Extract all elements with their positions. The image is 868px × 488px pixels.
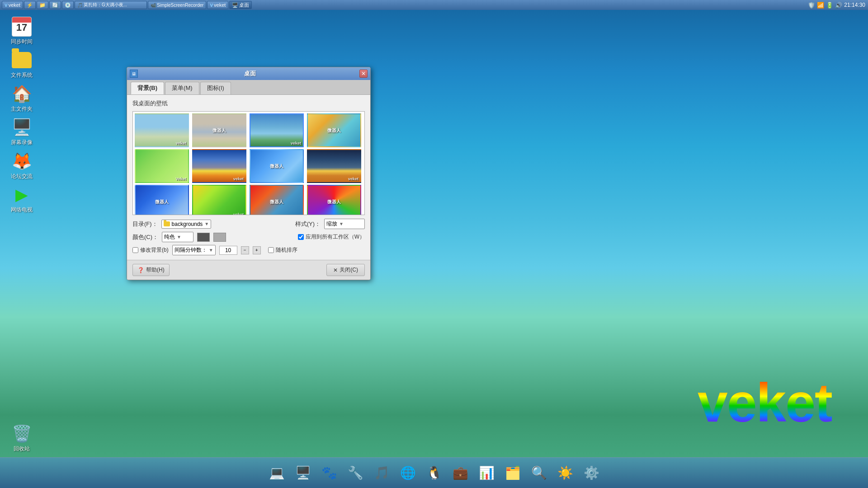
folder-dropdown-arrow: ▼ xyxy=(204,221,209,226)
desktop-icon-tv[interactable]: ▶ 网络电视 xyxy=(5,184,38,213)
taskbar-item-icon2[interactable]: 📁 xyxy=(37,1,48,9)
dock-item-network[interactable]: 🌐 xyxy=(396,461,420,485)
dialog-footer: ❓ 帮助(H) ✕ 关闭(C) xyxy=(127,260,370,280)
dialog-content: 我桌面的壁纸 veket 微器人 veket 微器人 Veket xyxy=(127,95,370,260)
apply-all-checkbox[interactable] xyxy=(298,234,304,240)
wallpaper-thumb-4[interactable]: Veket xyxy=(135,149,189,183)
change-bg-checkbox[interactable] xyxy=(132,247,138,253)
desktop-icon-screen[interactable]: 🖥️ 屏幕录像 xyxy=(5,117,38,145)
taskbar-item-icon3[interactable]: 🔄 xyxy=(49,1,61,9)
interval-dropdown[interactable]: 间隔分钟数： ▼ xyxy=(172,245,216,255)
sync-icon: 17 xyxy=(11,16,33,38)
dock-item-chart[interactable]: 📊 xyxy=(475,461,498,485)
dock: 💻 🖥️ 🐾 🔧 🎵 🌐 🐧 💼 📊 🗂️ 🔍 ☀️ ⚙️ xyxy=(0,457,868,488)
dock-item-computer[interactable]: 🖥️ xyxy=(291,461,315,485)
dock-item-sun[interactable]: ☀️ xyxy=(553,461,577,485)
taskbar-item-music[interactable]: 🎵 莫扎特：G大调小夜... xyxy=(75,1,147,9)
desktop-icon-trash[interactable]: 🗑️ 回收站 xyxy=(5,423,38,452)
dock-item-audio[interactable]: 🎵 xyxy=(370,461,393,485)
wallpaper-thumb-5[interactable]: veket xyxy=(192,149,246,183)
folder-value: backgrounds xyxy=(172,221,203,227)
taskbar-item-desktop[interactable]: 🖥️ 桌面 xyxy=(229,1,252,9)
dock-item-mascot[interactable]: 🐾 xyxy=(317,461,341,485)
desktop-icon-sync[interactable]: 17 同步时间 xyxy=(5,16,38,45)
interval-input[interactable]: 10 xyxy=(219,246,237,255)
wallpaper-thumb-0[interactable]: veket xyxy=(135,113,189,147)
dock-item-briefcase[interactable]: 💼 xyxy=(448,461,472,485)
help-icon: ❓ xyxy=(137,267,144,273)
change-bg-label[interactable]: 修改背景(b) xyxy=(132,246,169,254)
dialog-titlebar[interactable]: 🖥 桌面 ✕ xyxy=(127,67,370,80)
dock-item-settings[interactable]: ⚙️ xyxy=(580,461,603,485)
taskbar-items: v veket ⚡ 📁 🔄 💿 🎵 莫扎特：G大调小夜... 📹 SimpleS… xyxy=(0,1,254,9)
apply-all-label[interactable]: 应用到所有工作区（W） xyxy=(298,233,365,241)
interval-increment[interactable]: + xyxy=(253,246,261,254)
dock-item-terminal[interactable]: 💻 xyxy=(265,461,288,485)
controls-row-3: 修改背景(b) 间隔分钟数： ▼ 10 − + 随机排序 xyxy=(132,245,365,255)
dialog-tabs: 背景(B) 菜单(M) 图标(I) xyxy=(127,80,370,95)
color-swatch-dark[interactable] xyxy=(197,233,210,242)
desktop-settings-dialog: 🖥 桌面 ✕ 背景(B) 菜单(M) 图标(I) 我桌面的壁纸 veket 微器… xyxy=(127,67,371,280)
interval-decrement[interactable]: − xyxy=(241,246,249,254)
tab-background[interactable]: 背景(B) xyxy=(131,82,164,94)
wallpaper-thumb-10[interactable]: 微器人 xyxy=(250,185,304,215)
interval-dropdown-arrow: ▼ xyxy=(209,248,213,253)
filesystem-icon xyxy=(11,49,33,71)
taskbar-item-recorder[interactable]: 📹 SimpleScreenRecorder xyxy=(148,1,206,9)
taskbar-item-veket2[interactable]: v veket xyxy=(207,1,228,9)
clock: 21:14:30 xyxy=(844,2,865,8)
tab-icons[interactable]: 图标(I) xyxy=(200,82,231,94)
color-label: 颜色(C)： xyxy=(132,233,158,241)
folder-dropdown[interactable]: backgrounds ▼ xyxy=(161,220,212,229)
desktop-icon-forum[interactable]: 🦊 论坛交流 xyxy=(5,150,38,179)
taskbar-item-veket[interactable]: v veket xyxy=(2,1,23,9)
style-dropdown[interactable]: 缩放 ▼ xyxy=(324,219,365,229)
interval-label: 间隔分钟数： xyxy=(175,246,207,254)
wallpaper-thumb-1[interactable]: 微器人 xyxy=(192,113,246,147)
help-button[interactable]: ❓ 帮助(H) xyxy=(132,264,170,276)
taskbar: v veket ⚡ 📁 🔄 💿 🎵 莫扎特：G大调小夜... 📹 SimpleS… xyxy=(0,0,868,10)
controls-row-1: 目录(F)： backgrounds ▼ 样式(Y)： 缩放 ▼ xyxy=(132,219,365,229)
desktop-icon-filesystem[interactable]: 文件系统 xyxy=(5,49,38,78)
wallpaper-grid-container[interactable]: veket 微器人 veket 微器人 Veket veket xyxy=(132,111,365,215)
desktop-icon-home[interactable]: 🏠 主文件夹 xyxy=(5,83,38,112)
wallpaper-thumb-6[interactable]: 微器人 xyxy=(250,149,304,183)
style-value: 缩放 xyxy=(326,220,337,228)
wallpaper-thumb-7[interactable]: veket xyxy=(307,149,361,183)
wallpaper-thumb-2[interactable]: veket xyxy=(250,113,304,147)
dock-item-tools[interactable]: 🔧 xyxy=(344,461,367,485)
color-swatch-light[interactable] xyxy=(213,233,226,242)
trash-icon: 🗑️ xyxy=(11,423,33,445)
dock-item-penguin[interactable]: 🐧 xyxy=(422,461,446,485)
wallpaper-thumb-11[interactable]: 微器人 xyxy=(307,185,361,215)
wallpaper-grid: veket 微器人 veket 微器人 Veket veket xyxy=(133,112,364,215)
folder-icon xyxy=(164,221,170,226)
home-icon: 🏠 xyxy=(11,83,33,105)
color-dropdown[interactable]: 纯色 ▼ xyxy=(162,232,193,242)
wallpaper-thumb-9[interactable]: veket xyxy=(192,185,246,215)
desktop-icons-area: 17 同步时间 文件系统 🏠 主文件夹 🖥️ 屏幕录像 🦊 论坛交流 xyxy=(5,16,38,213)
wallpaper-section-label: 我桌面的壁纸 xyxy=(132,99,365,108)
color-value: 纯色 xyxy=(164,233,175,241)
folder-label: 目录(F)： xyxy=(132,220,158,228)
dock-item-search[interactable]: 🔍 xyxy=(527,461,551,485)
color-dropdown-arrow: ▼ xyxy=(177,235,181,239)
veket-branding: veket xyxy=(698,371,832,434)
style-dropdown-arrow: ▼ xyxy=(339,221,344,226)
wallpaper-thumb-8[interactable]: 微器人 xyxy=(135,185,189,215)
taskbar-item-icon1[interactable]: ⚡ xyxy=(24,1,36,9)
style-label: 样式(Y)： xyxy=(295,220,321,228)
dock-item-files[interactable]: 🗂️ xyxy=(501,461,524,485)
close-button[interactable]: ✕ 关闭(C) xyxy=(326,264,365,276)
dialog-title: 桌面 xyxy=(141,70,359,78)
tv-icon: ▶ xyxy=(11,184,33,206)
controls-row-2: 颜色(C)： 纯色 ▼ 应用到所有工作区（W） xyxy=(132,232,365,242)
dialog-close-button[interactable]: ✕ xyxy=(359,70,368,78)
tab-menu[interactable]: 菜单(M) xyxy=(165,82,199,94)
taskbar-item-icon4[interactable]: 💿 xyxy=(62,1,74,9)
random-checkbox[interactable] xyxy=(268,247,274,253)
wallpaper-thumb-3[interactable]: 微器人 xyxy=(307,113,361,147)
random-label[interactable]: 随机排序 xyxy=(268,246,297,254)
firefox-icon: 🦊 xyxy=(11,150,33,172)
dialog-icon: 🖥 xyxy=(130,70,138,78)
